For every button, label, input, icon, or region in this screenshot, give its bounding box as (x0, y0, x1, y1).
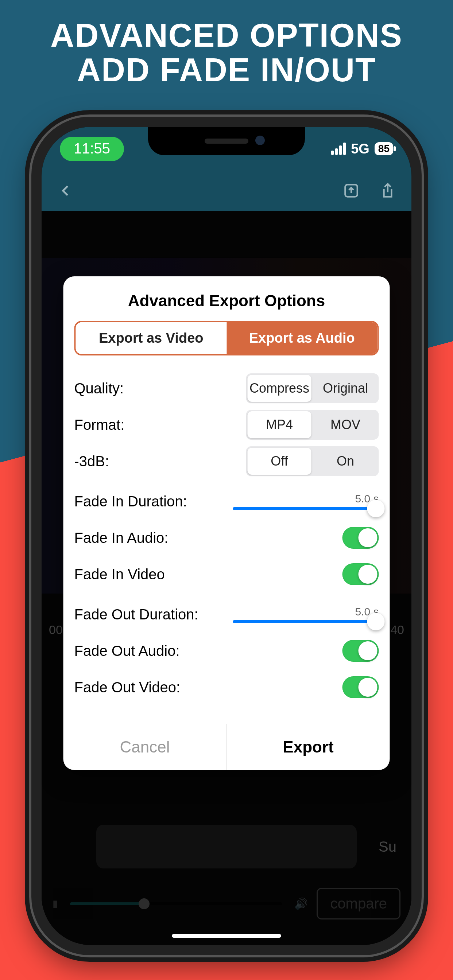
signal-icon (331, 143, 346, 155)
timeline-start: 00 (49, 623, 63, 637)
quality-compress[interactable]: Compress (248, 375, 311, 402)
hidden-label: Su (379, 825, 400, 869)
back-icon[interactable] (56, 181, 74, 200)
modal-title: Advanced Export Options (64, 276, 390, 321)
nav-bar (41, 170, 412, 211)
hero-text: ADVANCED OPTIONS ADD FADE IN/OUT (0, 0, 453, 87)
compare-button[interactable]: compare (317, 888, 400, 920)
volume-high-icon: 🔊 (294, 897, 308, 910)
quality-segmented[interactable]: Compress Original (246, 373, 379, 403)
toolbar-placeholder (96, 825, 357, 869)
fade-in-video-label: Fade In Video (74, 566, 165, 582)
db-off[interactable]: Off (248, 448, 311, 475)
export-type-segmented[interactable]: Export as Video Export as Audio (74, 321, 379, 355)
tab-export-audio[interactable]: Export as Audio (226, 322, 378, 354)
cancel-button[interactable]: Cancel (64, 724, 227, 770)
fade-in-audio-toggle[interactable] (343, 527, 379, 549)
phone-screen: 11:55 5G 85 (41, 127, 412, 945)
phone-frame: 11:55 5G 85 (31, 117, 422, 955)
export-button[interactable]: Export (227, 724, 390, 770)
fade-out-audio-toggle[interactable] (343, 640, 379, 662)
fade-in-audio-label: Fade In Audio: (74, 530, 169, 546)
volume-slider[interactable] (70, 902, 282, 905)
tab-export-video[interactable]: Export as Video (76, 322, 227, 354)
db-segmented[interactable]: Off On (246, 446, 379, 476)
fade-out-duration-slider[interactable] (233, 620, 379, 623)
hero-line1: ADVANCED OPTIONS (0, 18, 453, 53)
share-icon[interactable] (379, 181, 397, 200)
notch (148, 127, 305, 155)
format-segmented[interactable]: MP4 MOV (246, 410, 379, 440)
format-label: Format: (74, 417, 125, 433)
fade-in-duration-slider[interactable] (233, 507, 379, 510)
fade-out-video-label: Fade Out Video: (74, 679, 180, 695)
home-indicator (172, 934, 281, 938)
quality-original[interactable]: Original (314, 375, 378, 402)
save-icon[interactable] (342, 181, 360, 200)
timeline-end: 40 (390, 623, 404, 637)
format-mov[interactable]: MOV (314, 411, 378, 438)
fade-out-duration-label: Fade Out Duration: (74, 606, 198, 623)
fade-in-duration-label: Fade In Duration: (74, 493, 187, 510)
format-mp4[interactable]: MP4 (248, 411, 311, 438)
battery-badge: 85 (375, 142, 393, 155)
fade-out-audio-label: Fade Out Audio: (74, 643, 180, 659)
db-label: -3dB: (74, 453, 109, 469)
network-label: 5G (351, 141, 370, 157)
hero-line2: ADD FADE IN/OUT (0, 53, 453, 88)
status-time: 11:55 (60, 137, 124, 161)
db-on[interactable]: On (314, 448, 378, 475)
fade-in-video-toggle[interactable] (343, 563, 379, 585)
fade-out-video-toggle[interactable] (343, 676, 379, 698)
quality-label: Quality: (74, 380, 124, 397)
export-options-modal: Advanced Export Options Export as Video … (64, 276, 390, 770)
volume-low-icon: ▮ (53, 898, 57, 909)
bottom-bar: ▮ 🔊 compare (41, 888, 412, 920)
